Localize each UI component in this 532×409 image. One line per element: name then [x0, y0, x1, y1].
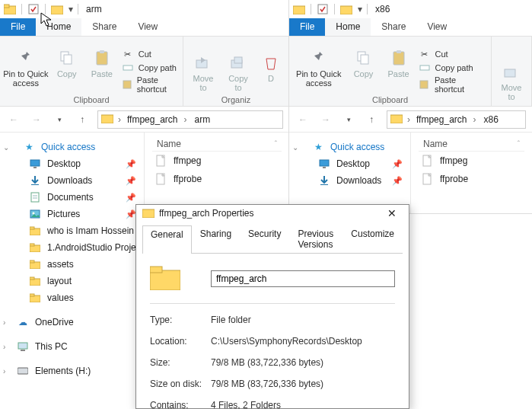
- crumb-parent[interactable]: ffmpeg_arch: [415, 114, 478, 125]
- svg-rect-9: [123, 81, 131, 88]
- chevron-right-icon[interactable]: ›: [3, 318, 5, 327]
- delete-button-partial[interactable]: D: [258, 51, 284, 85]
- crumb-current[interactable]: arm: [193, 114, 212, 125]
- tab-home[interactable]: Home: [325, 18, 371, 36]
- svg-rect-32: [18, 343, 27, 349]
- pc-icon: [17, 340, 29, 353]
- copy-path-button[interactable]: Copy path: [419, 62, 487, 74]
- breadcrumb[interactable]: › ffmpeg_arch x86: [387, 110, 526, 129]
- dialog-tab-general[interactable]: General: [142, 225, 192, 254]
- drive-icon: [17, 365, 29, 377]
- nav-item[interactable]: assets: [0, 256, 144, 273]
- folder-name-input[interactable]: [211, 270, 395, 287]
- crumb-current[interactable]: x86: [483, 114, 500, 125]
- tab-file[interactable]: File: [289, 18, 325, 36]
- back-button[interactable]: ←: [6, 112, 21, 127]
- nav-drive-elements[interactable]: › Elements (H:): [0, 363, 144, 379]
- up-button[interactable]: ↑: [364, 112, 379, 127]
- copy-button[interactable]: Copy: [349, 46, 379, 80]
- dialog-tab-sharing[interactable]: Sharing: [192, 225, 240, 253]
- chevron-right-icon[interactable]: ›: [3, 367, 5, 375]
- svg-rect-39: [340, 6, 352, 14]
- tab-view[interactable]: View: [416, 18, 457, 36]
- move-to-icon: [193, 53, 213, 72]
- file-item[interactable]: ffprobe: [419, 170, 524, 188]
- column-header-name[interactable]: Name ˆ: [419, 137, 524, 152]
- nav-quick-access[interactable]: ⌄ ★ Quick access: [289, 139, 410, 155]
- pin-indicator-icon: 📌: [126, 193, 136, 203]
- nav-item[interactable]: Desktop📌: [289, 155, 410, 172]
- nav-this-pc[interactable]: › This PC: [0, 338, 144, 355]
- tab-home[interactable]: Home: [36, 18, 81, 36]
- qat-overflow-icon[interactable]: ▾: [68, 4, 73, 14]
- cut-icon: ✂: [419, 48, 431, 60]
- paste-button[interactable]: Paste: [384, 46, 414, 80]
- up-button[interactable]: ↑: [75, 112, 90, 127]
- recent-nav-icon[interactable]: ▾: [52, 112, 67, 127]
- chevron-down-icon[interactable]: ⌄: [3, 143, 9, 152]
- forward-button[interactable]: →: [318, 112, 333, 127]
- move-to-button[interactable]: Move to: [188, 51, 218, 94]
- nav-onedrive[interactable]: › ☁ OneDrive: [0, 314, 144, 331]
- ribbon-group-organize: Organiz: [221, 95, 251, 104]
- nav-item[interactable]: Downloads📌: [0, 172, 144, 189]
- paste-shortcut-button[interactable]: Paste shortcut: [122, 75, 178, 94]
- copy-path-button[interactable]: Copy path: [122, 62, 178, 74]
- copy-button[interactable]: Copy: [52, 46, 82, 80]
- file-item[interactable]: ffmpeg: [152, 152, 282, 170]
- back-button[interactable]: ←: [295, 112, 311, 127]
- nav-item[interactable]: who is Imam Hossein: [0, 222, 144, 239]
- desktop-icon: [318, 158, 330, 170]
- dialog-title: ffmpeg_arch Properties: [159, 208, 254, 219]
- cut-button[interactable]: ✂Cut: [122, 48, 178, 60]
- svg-rect-15: [33, 167, 37, 168]
- pin-icon: [16, 48, 36, 68]
- nav-item[interactable]: values: [0, 289, 144, 306]
- svg-rect-50: [320, 184, 328, 185]
- recent-nav-icon[interactable]: ▾: [341, 112, 356, 127]
- nav-quick-access[interactable]: ⌄ ★ Quick access: [0, 139, 144, 155]
- dialog-tab-security[interactable]: Security: [240, 225, 289, 253]
- chevron-right-icon[interactable]: ›: [3, 343, 5, 351]
- crumb-parent[interactable]: ffmpeg_arch: [126, 114, 189, 125]
- nav-item-label: 1.AndroidStudio Proje: [47, 242, 136, 253]
- qat-overflow-icon[interactable]: ▾: [358, 4, 362, 14]
- nav-item[interactable]: Downloads📌: [289, 172, 410, 189]
- cut-button[interactable]: ✂Cut: [419, 48, 487, 60]
- nav-item[interactable]: 1.AndroidStudio Proje: [0, 239, 144, 256]
- pin-to-quick-access-button[interactable]: Pin to Quick access: [294, 46, 344, 89]
- paste-shortcut-button[interactable]: Paste shortcut: [419, 75, 487, 94]
- folder-icon: [101, 113, 113, 126]
- column-header-name[interactable]: Name ˆ: [152, 137, 282, 152]
- svg-rect-34: [18, 368, 28, 374]
- move-to-button[interactable]: Move to: [496, 60, 527, 103]
- breadcrumb[interactable]: › ffmpeg_arch arm: [97, 110, 283, 129]
- pin-to-quick-access-button[interactable]: Pin to Quick access: [5, 46, 47, 89]
- tab-file[interactable]: File: [0, 18, 36, 36]
- folder-icon: [3, 2, 17, 16]
- nav-item[interactable]: Pictures📌: [0, 206, 144, 222]
- close-button[interactable]: ✕: [381, 205, 403, 222]
- copy-icon: [354, 48, 374, 68]
- nav-item[interactable]: layout: [0, 273, 144, 289]
- window-title: x86: [372, 4, 390, 14]
- file-item[interactable]: ffmpeg: [419, 152, 524, 170]
- svg-rect-29: [30, 277, 34, 280]
- nav-item[interactable]: Desktop📌: [0, 155, 144, 172]
- nav-item[interactable]: Documents📌: [0, 189, 144, 206]
- tab-share[interactable]: Share: [371, 18, 416, 36]
- dialog-tab-customize[interactable]: Customize: [342, 225, 403, 253]
- copy-to-button[interactable]: Copy to: [223, 51, 253, 94]
- qat-properties-icon[interactable]: [316, 2, 330, 16]
- svg-rect-6: [97, 52, 107, 65]
- paste-button[interactable]: Paste: [87, 46, 117, 80]
- chevron-down-icon[interactable]: ⌄: [292, 143, 298, 152]
- qat-properties-icon[interactable]: [27, 2, 40, 16]
- svg-rect-53: [142, 209, 155, 218]
- file-item[interactable]: ffprobe: [152, 170, 282, 188]
- forward-button[interactable]: →: [29, 112, 44, 127]
- tab-view[interactable]: View: [127, 18, 168, 36]
- ribbon: Pin to Quick access Copy Paste ✂Cut Copy…: [0, 37, 289, 107]
- dialog-tab-previous-versions[interactable]: Previous Versions: [289, 225, 342, 253]
- tab-share[interactable]: Share: [81, 18, 127, 36]
